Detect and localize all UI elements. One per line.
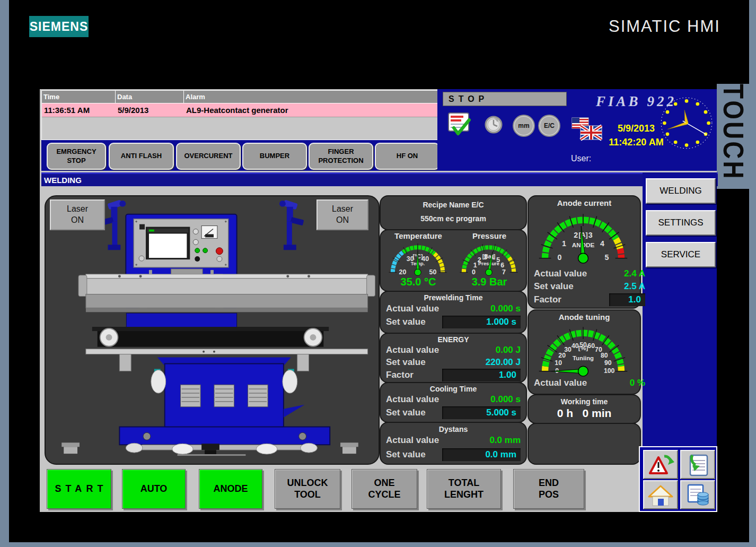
svg-text:100: 100 <box>604 367 615 375</box>
laser-on-button-right[interactable]: Laser ON <box>317 199 368 230</box>
mode-ec-button[interactable]: E/C <box>538 115 560 137</box>
svg-text:0: 0 <box>472 268 476 276</box>
machine-image <box>46 196 376 462</box>
anode-set-label: Set value <box>534 281 574 292</box>
tuning-actual-value: 0 % <box>630 378 645 388</box>
anode-current-gauge: 012345[A]ANODE <box>533 208 634 264</box>
nav-button-service[interactable]: SERVICE <box>646 242 716 267</box>
prewelding-title: Prewelding Time <box>381 293 526 302</box>
cooling-time-panel: Cooling Time Actual value 0.000 s Set va… <box>380 382 527 423</box>
system-button-grid <box>639 446 717 512</box>
temperature-gauge: 20304050[°C]Temp. <box>385 239 451 276</box>
total-lenght-button[interactable]: TOTAL LENGHT <box>427 469 501 509</box>
svg-text:4: 4 <box>600 239 604 248</box>
status-button-overcurrent[interactable]: OVERCURENT <box>176 143 241 170</box>
svg-text:80: 80 <box>601 352 608 359</box>
tuning-actual-label: Actual value <box>534 378 587 388</box>
recipe-name: 550cm ec program <box>381 214 526 223</box>
nav-button-settings[interactable]: SETTINGS <box>646 210 716 236</box>
status-button-finger-protection[interactable]: FINGER PROTECTION <box>309 143 373 170</box>
svg-text:[Bar]: [Bar] <box>482 253 496 259</box>
alarm-row-time: 11:36:51 AM <box>42 106 116 115</box>
energy-set-row: Set value 220.00 J <box>381 356 526 368</box>
alarm-row[interactable]: 11:36:51 AM 5/9/2013 AL9-Heatcontact gen… <box>42 103 438 117</box>
clock-history-icon <box>484 115 504 135</box>
home-icon <box>648 483 673 507</box>
status-button-bumper[interactable]: BUMPER <box>242 143 307 170</box>
alarm-col-data: Data <box>115 91 183 103</box>
anode-factor-row: Factor 1.0 <box>529 293 650 306</box>
cooling-actual-value: 0.000 s <box>490 394 521 405</box>
acknowledge-alarms-icon <box>647 453 674 476</box>
laser-on-button-left[interactable]: Laser ON <box>50 199 105 230</box>
unlock-tool-button[interactable]: UNLOCK TOOL <box>275 469 340 509</box>
cooling-set-label: Set value <box>386 407 426 418</box>
energy-set-value: 220.00 J <box>486 357 521 368</box>
working-time-title: Working time <box>529 397 640 406</box>
svg-text:40: 40 <box>572 342 579 350</box>
unit-mm-button[interactable]: mm <box>513 115 535 137</box>
dystans-actual-value: 0.0 mm <box>489 435 521 446</box>
svg-text:[%]: [%] <box>578 344 588 352</box>
prewelding-set-input[interactable]: 1.000 s <box>442 316 521 328</box>
anode-tuning-title: Anode tuning <box>529 312 640 322</box>
energy-set-label: Set value <box>386 357 426 368</box>
prewelding-time-panel: Prewelding Time Actual value 0.000 s Set… <box>380 291 527 334</box>
svg-text:3: 3 <box>588 231 593 239</box>
anode-tuning-panel: Anode tuning 0102030405060708090100[%]Tu… <box>528 309 641 395</box>
cooling-set-input[interactable]: 5.000 s <box>442 406 521 419</box>
energy-actual-label: Actual value <box>386 345 439 355</box>
status-button-emergency-stop[interactable]: EMRGENCY STOP <box>47 143 106 170</box>
anode-factor-input[interactable]: 1.0 <box>609 293 645 306</box>
energy-actual-value: 0.00 J <box>496 345 521 355</box>
anode-current-title: Anode current <box>529 198 640 207</box>
svg-text:2: 2 <box>574 231 578 239</box>
anode-actual-value: 2.4 A <box>624 268 645 279</box>
svg-text:50: 50 <box>429 268 437 276</box>
clock-history-button[interactable] <box>484 115 504 135</box>
nav-button-welding[interactable]: WELDING <box>646 178 716 204</box>
status-button-bar: EMRGENCY STOP ANTI FLASH OVERCURENT BUMP… <box>41 140 437 171</box>
analog-clock <box>659 95 714 151</box>
home-button[interactable] <box>643 480 678 509</box>
dystans-panel: Dystans Actual value 0.0 mm Set value 0.… <box>380 422 527 465</box>
auto-button[interactable]: AUTO <box>122 469 186 509</box>
dystans-set-label: Set value <box>386 449 426 460</box>
end-pos-button[interactable]: END POS <box>513 469 584 509</box>
svg-text:Tuniing: Tuniing <box>573 355 594 361</box>
temperature-value: 35.0 °C <box>384 276 453 288</box>
start-button[interactable]: START <box>47 469 111 509</box>
energy-factor-row: Factor 1.00 <box>381 368 526 382</box>
energy-actual-row: Actual value 0.00 J <box>381 344 526 356</box>
dystans-set-row: Set value 0.0 mm <box>381 447 526 462</box>
working-time-value: 0 h 0 min <box>529 407 640 420</box>
machine-state-indicator: STOP <box>443 92 567 106</box>
alarm-col-alarm: Alarm <box>183 91 438 103</box>
recipe-data-button[interactable] <box>680 480 715 509</box>
alarm-table-header: Time Data Alarm <box>42 91 438 103</box>
dystans-actual-label: Actual value <box>386 435 439 446</box>
svg-text:60: 60 <box>587 342 595 350</box>
svg-text:Pressure: Pressure <box>478 261 499 266</box>
anode-tuning-gauge: 0102030405060708090100[%]Tuniing <box>533 321 634 377</box>
prewelding-set-label: Set value <box>386 317 426 327</box>
svg-text:0: 0 <box>558 253 562 262</box>
one-cycle-button[interactable]: ONE CYCLE <box>351 469 417 509</box>
energy-title: ENERGY <box>381 335 526 344</box>
energy-factor-input[interactable]: 1.00 <box>442 369 521 381</box>
alarm-log-button[interactable] <box>680 450 715 479</box>
user-label: User: <box>571 154 591 163</box>
anode-actual-row: Actual value 2.4 A <box>529 267 650 280</box>
status-button-anti-flash[interactable]: ANTI FLASH <box>109 143 174 170</box>
temperature-pressure-panel: Temperature Pressure 20304050[°C]Temp. 0… <box>380 229 527 292</box>
energy-factor-label: Factor <box>386 370 414 380</box>
acknowledge-alarms-button[interactable] <box>643 450 678 479</box>
anode-button[interactable]: ANODE <box>199 469 262 509</box>
bezel-bottom-strip <box>0 542 756 547</box>
alarm-list-button[interactable] <box>447 111 471 137</box>
dystans-set-input[interactable]: 0.0 mm <box>442 448 521 461</box>
status-button-hf-on[interactable]: HF ON <box>375 143 439 170</box>
svg-text:5: 5 <box>605 253 609 262</box>
header-status-panel: STOP <box>437 89 717 171</box>
cooling-title: Cooling Time <box>381 385 526 393</box>
